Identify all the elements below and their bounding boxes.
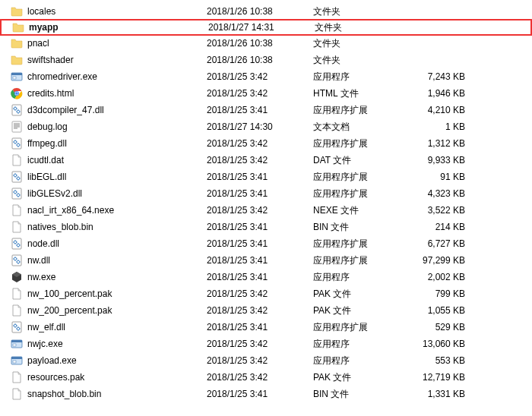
- file-icon: [9, 304, 24, 317]
- file-name: natives_blob.bin: [24, 222, 207, 232]
- dll-icon: [9, 104, 24, 116]
- file-row[interactable]: swiftshader2018/1/26 10:38文件夹: [0, 52, 532, 68]
- file-row[interactable]: nw_200_percent.pak2018/1/25 3:42PAK 文件1,…: [0, 302, 532, 319]
- file-name: resources.pak: [24, 372, 207, 383]
- file-row[interactable]: pnacl2018/1/26 10:38文件夹: [0, 35, 532, 52]
- file-row[interactable]: natives_blob.bin2018/1/25 3:41BIN 文件214 …: [0, 219, 532, 235]
- file-row[interactable]: icudtl.dat2018/1/25 3:42DAT 文件9,933 KB: [0, 152, 532, 169]
- file-date: 2018/1/25 3:41: [207, 172, 313, 182]
- file-type: 应用程序: [313, 71, 404, 84]
- file-size: 12,719 KB: [404, 372, 480, 383]
- file-date: 2018/1/26 10:38: [207, 38, 313, 49]
- file-type: 文件夹: [315, 21, 406, 34]
- file-size: 1,331 KB: [404, 389, 480, 399]
- file-row[interactable]: nw_elf.dll2018/1/25 3:41应用程序扩展529 KB: [0, 319, 532, 336]
- file-type: 应用程序扩展: [313, 321, 404, 334]
- file-name: icudtl.dat: [24, 155, 207, 165]
- svg-rect-17: [12, 188, 21, 199]
- svg-rect-23: [12, 255, 21, 266]
- file-row[interactable]: myapp2018/1/27 14:31文件夹: [0, 19, 532, 36]
- file-icon: [9, 288, 24, 300]
- svg-point-6: [15, 92, 18, 95]
- file-row[interactable]: locales2018/1/26 10:38文件夹: [0, 3, 532, 20]
- file-type: HTML 文件: [313, 87, 404, 100]
- file-date: 2018/1/25 3:41: [207, 255, 313, 266]
- file-size: 6,727 KB: [404, 238, 480, 249]
- file-row[interactable]: credits.html2018/1/25 3:42HTML 文件1,946 K…: [0, 85, 532, 102]
- svg-rect-31: [13, 344, 16, 346]
- dll-icon: [9, 238, 24, 250]
- file-row[interactable]: d3dcompiler_47.dll2018/1/25 3:41应用程序扩展4,…: [0, 102, 532, 118]
- file-row[interactable]: snapshot_blob.bin2018/1/25 3:41BIN 文件1,3…: [0, 386, 532, 402]
- file-list: locales2018/1/26 10:38文件夹myapp2018/1/27 …: [0, 0, 532, 405]
- file-size: 2,002 KB: [404, 272, 480, 282]
- file-row[interactable]: nw_100_percent.pak2018/1/25 3:42PAK 文件79…: [0, 285, 532, 302]
- file-type: BIN 文件: [313, 221, 404, 234]
- file-name: debug.log: [24, 121, 207, 132]
- file-type: PAK 文件: [313, 371, 404, 384]
- exe-icon: [9, 355, 24, 367]
- file-type: PAK 文件: [313, 288, 404, 301]
- folder-icon: [9, 5, 24, 17]
- file-name: nw.dll: [24, 255, 207, 266]
- file-size: 553 KB: [404, 355, 480, 366]
- file-date: 2018/1/26 10:38: [207, 55, 313, 65]
- file-date: 2018/1/27 14:30: [207, 121, 313, 132]
- file-type: 应用程序: [313, 338, 404, 351]
- file-row[interactable]: ffmpeg.dll2018/1/25 3:42应用程序扩展1,312 KB: [0, 135, 532, 152]
- file-type: PAK 文件: [313, 304, 404, 317]
- file-type: 应用程序: [313, 355, 404, 367]
- file-row[interactable]: libEGL.dll2018/1/25 3:41应用程序扩展91 KB: [0, 169, 532, 185]
- file-name: nw_200_percent.pak: [24, 305, 207, 316]
- file-type: 文件夹: [313, 37, 404, 50]
- file-size: 9,933 KB: [404, 155, 480, 165]
- file-row[interactable]: nw.exe2018/1/25 3:41应用程序2,002 KB: [0, 269, 532, 285]
- svg-rect-30: [11, 340, 22, 342]
- svg-rect-2: [13, 77, 16, 79]
- file-size: 529 KB: [404, 322, 480, 332]
- text-icon: [9, 121, 24, 133]
- chrome-icon: [9, 87, 24, 99]
- file-row[interactable]: nw.dll2018/1/25 3:41应用程序扩展97,299 KB: [0, 252, 532, 269]
- file-name: nwjc.exe: [24, 339, 207, 349]
- file-icon: [9, 154, 24, 166]
- file-date: 2018/1/25 3:41: [207, 105, 313, 115]
- file-name: nw_100_percent.pak: [24, 288, 207, 299]
- file-date: 2018/1/25 3:41: [207, 322, 313, 332]
- svg-rect-33: [11, 357, 22, 359]
- dll-icon: [9, 137, 24, 150]
- file-row[interactable]: node.dll2018/1/25 3:41应用程序扩展6,727 KB: [0, 235, 532, 252]
- file-type: 文件夹: [313, 54, 404, 67]
- file-date: 2018/1/25 3:42: [207, 205, 313, 216]
- file-row[interactable]: nwjc.exe2018/1/25 3:42应用程序13,060 KB: [0, 336, 532, 352]
- file-type: DAT 文件: [313, 154, 404, 167]
- file-size: 4,323 KB: [404, 188, 480, 199]
- file-type: 文本文档: [313, 121, 404, 134]
- file-icon: [9, 221, 24, 233]
- file-name: pnacl: [24, 38, 207, 49]
- svg-rect-34: [13, 361, 16, 363]
- file-name: ffmpeg.dll: [24, 138, 207, 149]
- file-date: 2018/1/25 3:42: [207, 288, 313, 299]
- file-size: 1,312 KB: [404, 138, 480, 149]
- exe-icon: [9, 71, 24, 83]
- file-row[interactable]: nacl_irt_x86_64.nexe2018/1/25 3:42NEXE 文…: [0, 202, 532, 219]
- nw-icon: [9, 271, 24, 283]
- file-row[interactable]: libGLESv2.dll2018/1/25 3:41应用程序扩展4,323 K…: [0, 185, 532, 202]
- file-date: 2018/1/25 3:41: [207, 389, 313, 399]
- file-size: 1 KB: [404, 121, 480, 132]
- file-name: libGLESv2.dll: [24, 188, 207, 199]
- file-date: 2018/1/25 3:42: [207, 138, 313, 149]
- file-row[interactable]: chromedriver.exe2018/1/25 3:42应用程序7,243 …: [0, 68, 532, 85]
- file-row[interactable]: debug.log2018/1/27 14:30文本文档1 KB: [0, 118, 532, 135]
- file-size: 1,946 KB: [404, 88, 480, 99]
- file-row[interactable]: resources.pak2018/1/25 3:42PAK 文件12,719 …: [0, 369, 532, 386]
- file-size: 799 KB: [404, 288, 480, 299]
- file-row[interactable]: payload.exe2018/1/25 3:42应用程序553 KB: [0, 352, 532, 369]
- file-size: 1,055 KB: [404, 305, 480, 316]
- file-date: 2018/1/25 3:42: [207, 339, 313, 349]
- file-name: credits.html: [24, 88, 207, 99]
- file-date: 2018/1/25 3:42: [207, 305, 313, 316]
- file-type: 应用程序: [313, 271, 404, 284]
- file-type: 应用程序扩展: [313, 188, 404, 200]
